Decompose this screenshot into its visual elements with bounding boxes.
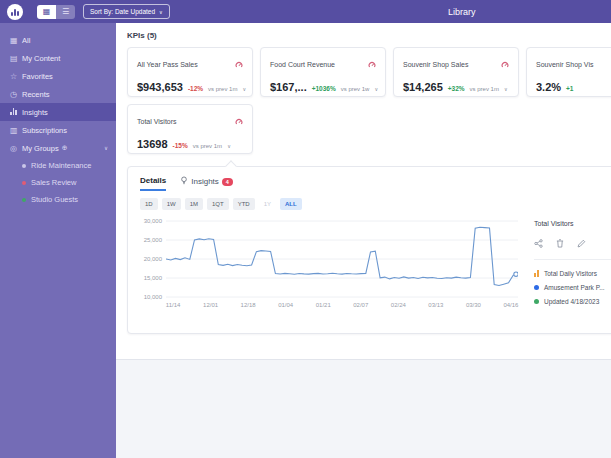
sort-dropdown[interactable]: Sort By: Date Updated ∨ bbox=[83, 4, 170, 19]
kpi-delta: +1 bbox=[566, 85, 573, 92]
kpi-delta: -12% bbox=[188, 85, 203, 92]
chevron-down-icon[interactable]: ∨ bbox=[374, 86, 378, 92]
sidebar-item-subscriptions[interactable]: ▥ Subscriptions bbox=[0, 121, 116, 139]
x-axis-tick-label: 04/16 bbox=[503, 302, 518, 308]
list-view-button[interactable]: ☰ bbox=[56, 5, 75, 19]
kpi-compare: vs prev 1w bbox=[341, 86, 370, 92]
range-button-1w[interactable]: 1W bbox=[162, 198, 181, 210]
kpi-gauge-icon bbox=[368, 55, 376, 73]
list-icon: ☰ bbox=[62, 7, 69, 16]
sidebar-item-my-content[interactable]: ▤ My Content bbox=[0, 49, 116, 67]
kpi-card-total-visitors[interactable]: Total Visitors 13698 -15% vs prev 1m ∨ bbox=[127, 104, 253, 154]
grid-view-button[interactable]: ▦ bbox=[37, 5, 56, 19]
kpis-header: KPIs (5) bbox=[127, 31, 611, 40]
range-button-1d[interactable]: 1D bbox=[140, 198, 158, 210]
kpi-gauge-icon bbox=[501, 55, 509, 73]
sort-label: Sort By: Date Updated bbox=[90, 8, 155, 15]
sidebar-item-label: My Groups bbox=[22, 144, 59, 153]
kpi-card-souvenir-shop-visits[interactable]: Souvenir Shop Vis 3.2% +1 bbox=[526, 47, 611, 97]
sidebar-item-label: Recents bbox=[22, 90, 50, 99]
app-logo[interactable] bbox=[7, 4, 23, 20]
y-axis-tick-label: 10,000 bbox=[144, 294, 162, 300]
legend-label: Total Daily Visitors bbox=[544, 270, 597, 277]
y-axis-tick-label: 30,000 bbox=[144, 218, 162, 224]
content-background-area bbox=[116, 359, 611, 458]
sidebar-item-recents[interactable]: ◷ Recents bbox=[0, 85, 116, 103]
kpi-compare: vs prev 1m bbox=[193, 143, 222, 149]
kpi-value: 13698 bbox=[137, 138, 168, 150]
sidebar-item-label: Subscriptions bbox=[22, 126, 67, 135]
legend-label: Updated 4/18/2023 bbox=[544, 298, 599, 305]
chevron-down-icon[interactable]: ∨ bbox=[104, 145, 108, 151]
range-button-all[interactable]: ALL bbox=[280, 198, 302, 210]
group-label: Studio Guests bbox=[31, 195, 78, 204]
legend-item-owner: Amusement Park P... bbox=[534, 280, 611, 294]
tab-details[interactable]: Details bbox=[140, 176, 166, 191]
range-button-1qt[interactable]: 1QT bbox=[207, 198, 229, 210]
kpi-gauge-icon bbox=[235, 55, 243, 73]
delete-icon[interactable] bbox=[556, 234, 564, 252]
details-panel: Details Insights 4 1D 1W 1M 1QT YTD 1Y A… bbox=[127, 166, 611, 334]
sidebar-group-sales-review[interactable]: Sales Review bbox=[0, 174, 116, 191]
sidebar-item-label: All bbox=[22, 36, 30, 45]
sidebar-item-favorites[interactable]: ☆ Favorites bbox=[0, 67, 116, 85]
x-axis-tick-label: 03/13 bbox=[428, 302, 443, 308]
kpi-card-all-year-pass-sales[interactable]: All Year Pass Sales $943,653 -12% vs pre… bbox=[127, 47, 253, 97]
time-range-buttons: 1D 1W 1M 1QT YTD 1Y ALL bbox=[140, 198, 611, 210]
range-button-1m[interactable]: 1M bbox=[185, 198, 203, 210]
top-bar: ▦ ☰ Sort By: Date Updated ∨ Library bbox=[0, 0, 611, 23]
y-axis-labels: 30,00025,00020,00015,00010,000 bbox=[140, 220, 166, 298]
kpi-delta: +32% bbox=[448, 85, 465, 92]
group-label: Sales Review bbox=[31, 178, 76, 187]
legend-label: Amusement Park P... bbox=[544, 284, 605, 291]
x-axis-tick-label: 01/04 bbox=[278, 302, 293, 308]
share-icon[interactable] bbox=[534, 234, 543, 252]
kpi-cards-row: All Year Pass Sales $943,653 -12% vs pre… bbox=[127, 47, 611, 97]
range-button-ytd[interactable]: YTD bbox=[233, 198, 255, 210]
document-icon: ▤ bbox=[10, 54, 22, 63]
chevron-down-icon[interactable]: ∨ bbox=[242, 86, 246, 92]
tab-label: Details bbox=[140, 176, 166, 185]
legend-item-updated: Updated 4/18/2023 bbox=[534, 294, 611, 308]
lightbulb-icon bbox=[180, 176, 188, 187]
sidebar-group-ride-maintenance[interactable]: Ride Maintenance bbox=[0, 157, 116, 174]
line-chart[interactable]: 11/1412/0112/1801/0401/2102/0702/2403/13… bbox=[166, 220, 518, 314]
main-content: KPIs (5) All Year Pass Sales $943,653 -1… bbox=[116, 23, 611, 458]
sidebar-item-all[interactable]: ▦ All bbox=[0, 31, 116, 49]
sidebar-item-insights[interactable]: Insights bbox=[0, 103, 116, 121]
tab-insights[interactable]: Insights 4 bbox=[180, 176, 233, 191]
chevron-down-icon: ∨ bbox=[159, 9, 163, 15]
sidebar-item-label: Favorites bbox=[22, 72, 53, 81]
kpi-title: Souvenir Shop Vis bbox=[536, 61, 593, 68]
group-color-dot bbox=[22, 181, 26, 185]
x-axis-tick-label: 03/30 bbox=[466, 302, 481, 308]
chevron-down-icon[interactable]: ∨ bbox=[227, 143, 231, 149]
details-panel-wrap: Details Insights 4 1D 1W 1M 1QT YTD 1Y A… bbox=[127, 166, 611, 334]
chart-zone: 30,00025,00020,00015,00010,000 11/1412/0… bbox=[140, 220, 611, 314]
x-axis-labels: 11/1412/0112/1801/0401/2102/0702/2403/13… bbox=[166, 302, 518, 314]
x-axis-tick-label: 02/07 bbox=[353, 302, 368, 308]
kpi-title: Food Court Revenue bbox=[270, 61, 335, 68]
x-axis-tick-label: 12/01 bbox=[203, 302, 218, 308]
kpi-title: All Year Pass Sales bbox=[137, 61, 198, 68]
chevron-down-icon[interactable]: ∨ bbox=[504, 86, 508, 92]
tab-label: Insights bbox=[191, 177, 219, 186]
kpi-card-souvenir-shop-sales[interactable]: Souvenir Shop Sales $14,265 +32% vs prev… bbox=[393, 47, 519, 97]
kpi-card-food-court-revenue[interactable]: Food Court Revenue $167,... +1036% vs pr… bbox=[260, 47, 386, 97]
y-axis-tick-label: 15,000 bbox=[144, 275, 162, 281]
kpi-title: Total Visitors bbox=[137, 118, 177, 125]
sidebar-group-studio-guests[interactable]: Studio Guests bbox=[0, 191, 116, 208]
edit-icon[interactable] bbox=[577, 234, 586, 252]
kpi-cards-row-2: Total Visitors 13698 -15% vs prev 1m ∨ bbox=[127, 104, 611, 154]
clock-icon: ◷ bbox=[10, 90, 22, 99]
add-group-icon[interactable]: ⊕ bbox=[62, 144, 68, 152]
sidebar-item-my-groups[interactable]: ◎ My Groups ⊕ ∨ bbox=[0, 139, 116, 157]
y-axis-tick-label: 25,000 bbox=[144, 237, 162, 243]
x-axis-tick-label: 01/21 bbox=[316, 302, 331, 308]
total-visitors-line-chart[interactable] bbox=[166, 220, 518, 298]
divider bbox=[534, 259, 611, 260]
range-button-1y[interactable]: 1Y bbox=[259, 198, 276, 210]
kpi-delta: +1036% bbox=[312, 85, 336, 92]
group-color-dot bbox=[22, 164, 26, 168]
insights-chart-icon bbox=[10, 108, 22, 117]
